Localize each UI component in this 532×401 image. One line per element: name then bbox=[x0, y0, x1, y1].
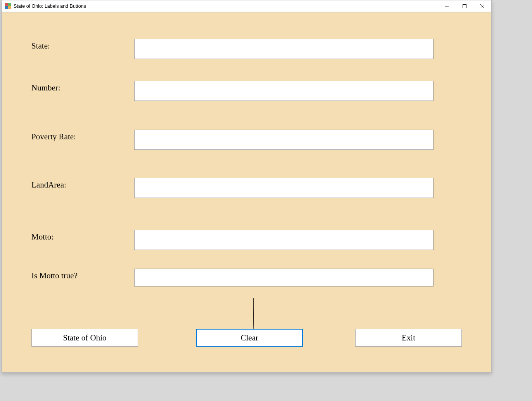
number-label: Number: bbox=[2, 81, 134, 93]
close-button[interactable] bbox=[473, 0, 491, 12]
state-of-ohio-button[interactable]: State of Ohio bbox=[31, 329, 138, 347]
clear-button[interactable]: Clear bbox=[196, 329, 303, 347]
maximize-button[interactable] bbox=[456, 0, 473, 12]
window-controls bbox=[438, 0, 491, 12]
svg-rect-1 bbox=[463, 4, 466, 8]
motto-field[interactable] bbox=[134, 230, 434, 250]
form-body: State: Number: Poverty Rate: LandArea: M… bbox=[2, 12, 491, 372]
motto-label: Motto: bbox=[2, 230, 134, 242]
number-field[interactable] bbox=[134, 81, 434, 101]
poverty-rate-field[interactable] bbox=[134, 130, 434, 150]
land-area-label: LandArea: bbox=[2, 178, 134, 190]
is-motto-true-field[interactable] bbox=[134, 269, 434, 286]
exit-button[interactable]: Exit bbox=[355, 329, 462, 347]
state-field[interactable] bbox=[134, 39, 434, 59]
app-icon bbox=[5, 3, 11, 9]
minimize-button[interactable] bbox=[438, 0, 456, 12]
state-label: State: bbox=[2, 39, 134, 51]
is-motto-true-label: Is Motto true? bbox=[2, 269, 134, 281]
app-window: State of Ohio: Labels and Buttons State:… bbox=[2, 0, 492, 373]
poverty-rate-label: Poverty Rate: bbox=[2, 130, 134, 142]
land-area-field[interactable] bbox=[134, 178, 434, 198]
window-title: State of Ohio: Labels and Buttons bbox=[14, 3, 438, 9]
titlebar: State of Ohio: Labels and Buttons bbox=[2, 0, 491, 12]
